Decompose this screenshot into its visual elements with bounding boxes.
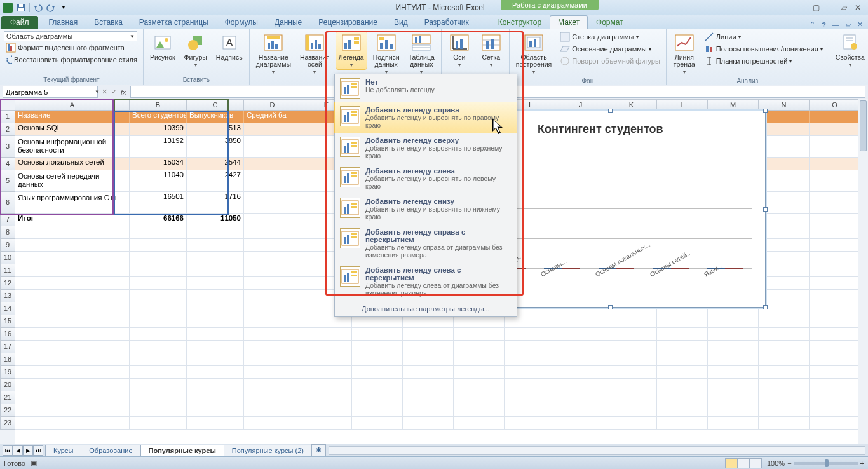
cell[interactable] <box>130 252 187 264</box>
cell[interactable] <box>244 277 301 290</box>
cell[interactable] <box>759 214 810 226</box>
cell[interactable]: 15034 <box>130 158 187 170</box>
row-header[interactable]: 7 <box>0 214 15 226</box>
cell[interactable] <box>810 277 860 290</box>
cell[interactable] <box>187 239 244 252</box>
cell[interactable] <box>657 391 708 404</box>
cell[interactable] <box>187 353 244 366</box>
cell[interactable] <box>810 123 860 136</box>
cell[interactable] <box>657 379 708 391</box>
cell[interactable] <box>759 170 810 192</box>
doc-close-icon[interactable]: ✕ <box>857 20 863 29</box>
cell[interactable] <box>810 214 860 226</box>
cell[interactable] <box>130 328 187 341</box>
tab-Формат[interactable]: Формат <box>588 15 632 29</box>
tab-Вставка[interactable]: Вставка <box>86 15 131 29</box>
format-selection-button[interactable]: Формат выделенного фрагмента <box>4 42 139 53</box>
cell[interactable]: Основы информационной безопасности <box>15 136 130 158</box>
col-header[interactable]: D <box>244 99 301 111</box>
row-header[interactable]: 5 <box>0 170 15 192</box>
select-all-corner[interactable] <box>0 99 15 111</box>
col-header[interactable]: M <box>708 99 759 111</box>
undo-icon[interactable] <box>32 2 44 13</box>
name-box[interactable]: ▼ <box>3 86 98 98</box>
cell[interactable] <box>403 391 454 404</box>
sheet-tab[interactable]: Популярные курсы (2) <box>224 445 312 456</box>
cell[interactable] <box>810 391 860 404</box>
cell[interactable] <box>759 341 810 353</box>
sheet-tab[interactable]: Образование <box>81 445 140 456</box>
cell[interactable] <box>403 366 454 379</box>
cell[interactable] <box>759 290 810 302</box>
cell[interactable] <box>352 391 403 404</box>
zoom-in-button[interactable]: + <box>860 459 864 467</box>
tab-Разработчик[interactable]: Разработчик <box>416 15 477 29</box>
cell[interactable] <box>244 136 301 158</box>
tab-nav-next[interactable]: ▶ <box>23 445 33 456</box>
legend-option[interactable]: НетНе добавлять легенду <box>335 74 517 102</box>
cell[interactable] <box>187 379 244 391</box>
col-header[interactable]: A <box>15 99 130 111</box>
cell[interactable] <box>454 353 505 366</box>
cell[interactable] <box>187 328 244 341</box>
cell[interactable]: 3850 <box>187 136 244 158</box>
cell[interactable] <box>403 328 454 341</box>
cell[interactable] <box>244 170 301 192</box>
row-header[interactable]: 12 <box>0 277 15 290</box>
legend-option[interactable]: Добавить легенду слева с перекрытиемДоба… <box>335 262 517 301</box>
cell[interactable] <box>244 264 301 277</box>
row-header[interactable]: 1 <box>0 111 15 123</box>
doc-minimize-icon[interactable]: — <box>832 21 839 29</box>
cell[interactable] <box>708 353 759 366</box>
cell[interactable] <box>454 404 505 417</box>
cell[interactable] <box>15 252 130 264</box>
cell[interactable] <box>759 264 810 277</box>
cell[interactable] <box>759 417 810 430</box>
cell[interactable] <box>708 391 759 404</box>
cell[interactable]: Всего студентов <box>130 111 187 123</box>
cell[interactable] <box>759 353 810 366</box>
cell[interactable] <box>403 417 454 430</box>
cell[interactable] <box>403 353 454 366</box>
cell[interactable] <box>759 226 810 239</box>
chart-wall-button[interactable]: Стенка диаграммы ▾ <box>558 31 662 43</box>
cell[interactable] <box>555 328 606 341</box>
fx-icon[interactable]: fx <box>121 88 126 96</box>
cell[interactable] <box>606 328 657 341</box>
cell[interactable] <box>130 391 187 404</box>
col-header[interactable]: C <box>187 99 244 111</box>
minimize-icon[interactable]: — <box>825 3 835 12</box>
cell[interactable]: Основы SQL <box>15 123 130 136</box>
cell[interactable] <box>130 277 187 290</box>
help-icon[interactable]: ? <box>822 21 826 29</box>
cell[interactable] <box>657 328 708 341</box>
cell[interactable]: 66166 <box>130 214 187 226</box>
cell[interactable] <box>15 379 130 391</box>
cell[interactable] <box>130 290 187 302</box>
save-icon[interactable] <box>15 2 27 13</box>
row-header[interactable]: 14 <box>0 302 15 315</box>
cell[interactable] <box>15 353 130 366</box>
tab-Главная[interactable]: Главная <box>41 15 86 29</box>
cell[interactable] <box>759 391 810 404</box>
tab-nav-first[interactable]: ⏮ <box>3 445 13 456</box>
cell[interactable] <box>505 404 555 417</box>
tab-nav-last[interactable]: ⏭ <box>33 445 43 456</box>
cell[interactable] <box>301 391 352 404</box>
row-header[interactable]: 15 <box>0 315 15 328</box>
cell[interactable] <box>15 226 130 239</box>
cell[interactable]: Итог <box>15 214 130 226</box>
cell[interactable] <box>555 404 606 417</box>
cell[interactable] <box>505 366 555 379</box>
cell[interactable] <box>130 341 187 353</box>
tab-Рецензирование[interactable]: Рецензирование <box>310 15 386 29</box>
sheet-tab[interactable]: Популярные курсы <box>140 445 224 456</box>
cell[interactable] <box>708 341 759 353</box>
cell[interactable] <box>505 315 555 328</box>
cell[interactable] <box>301 341 352 353</box>
cell[interactable] <box>244 123 301 136</box>
cell[interactable] <box>708 328 759 341</box>
shapes-button[interactable]: Фигуры▾ <box>182 31 210 69</box>
cell[interactable] <box>244 366 301 379</box>
cell[interactable] <box>810 290 860 302</box>
